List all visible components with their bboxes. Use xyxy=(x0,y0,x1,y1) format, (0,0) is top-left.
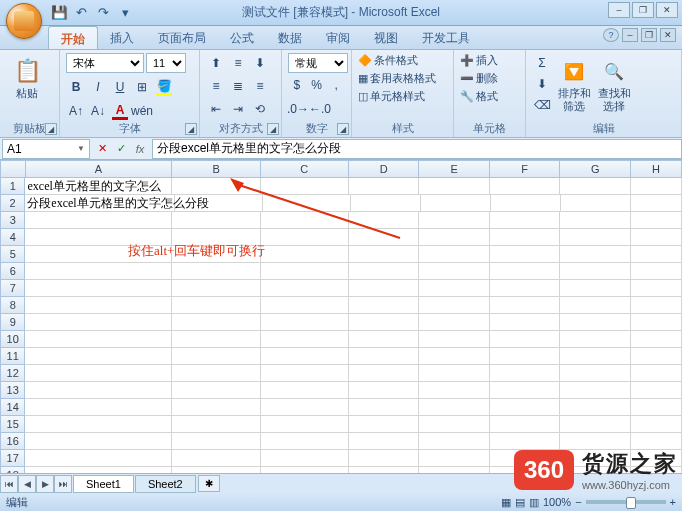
enter-formula-icon[interactable]: ✓ xyxy=(112,140,130,158)
cell-E15[interactable] xyxy=(419,416,490,433)
cell-A8[interactable] xyxy=(25,297,172,314)
cell-D16[interactable] xyxy=(349,433,420,450)
cell-D11[interactable] xyxy=(349,348,420,365)
view-layout-button[interactable]: ▤ xyxy=(515,496,525,509)
cell-E3[interactable] xyxy=(419,212,490,229)
tab-0[interactable]: 开始 xyxy=(48,26,98,49)
doc-close-button[interactable]: ✕ xyxy=(660,28,676,42)
col-header-H[interactable]: H xyxy=(631,160,682,178)
cell-H7[interactable] xyxy=(631,280,682,297)
cell-H2[interactable] xyxy=(631,195,682,212)
cell-F13[interactable] xyxy=(490,382,561,399)
cell-G5[interactable] xyxy=(560,246,631,263)
col-header-F[interactable]: F xyxy=(490,160,561,178)
cell-D1[interactable] xyxy=(349,178,420,195)
col-header-B[interactable]: B xyxy=(172,160,260,178)
cell-B14[interactable] xyxy=(172,399,260,416)
align-left-button[interactable]: ≡ xyxy=(206,76,226,96)
increase-decimal-button[interactable]: .0→ xyxy=(288,99,308,119)
col-header-C[interactable]: C xyxy=(261,160,349,178)
cell-E16[interactable] xyxy=(419,433,490,450)
cell-A6[interactable] xyxy=(25,263,172,280)
cell-A12[interactable] xyxy=(25,365,172,382)
minimize-button[interactable]: – xyxy=(608,2,630,18)
cell-B11[interactable] xyxy=(172,348,260,365)
cell-H4[interactable] xyxy=(631,229,682,246)
cell-G2[interactable] xyxy=(561,195,631,212)
cell-C4[interactable] xyxy=(261,229,349,246)
office-button[interactable] xyxy=(6,3,42,39)
cell-G10[interactable] xyxy=(560,331,631,348)
font-name-combo[interactable]: 宋体 xyxy=(66,53,144,73)
align-bottom-button[interactable]: ⬇ xyxy=(250,53,270,73)
zoom-in-button[interactable]: + xyxy=(670,496,676,508)
col-header-D[interactable]: D xyxy=(349,160,420,178)
cell-H16[interactable] xyxy=(631,433,682,450)
cell-A13[interactable] xyxy=(25,382,172,399)
row-header-17[interactable]: 17 xyxy=(0,450,25,467)
cell-styles-button[interactable]: ◫单元格样式 xyxy=(358,89,447,104)
cell-C1[interactable] xyxy=(261,178,349,195)
cell-E4[interactable] xyxy=(419,229,490,246)
cell-A10[interactable] xyxy=(25,331,172,348)
cell-A2[interactable]: 分段excel单元格里的文字怎么分段 xyxy=(25,195,175,212)
tab-1[interactable]: 插入 xyxy=(98,26,146,49)
format-table-button[interactable]: ▦套用表格格式 xyxy=(358,71,447,86)
cell-C3[interactable] xyxy=(261,212,349,229)
cell-B12[interactable] xyxy=(172,365,260,382)
clear-button[interactable]: ⌫ xyxy=(532,95,552,115)
sheet-tab-Sheet1[interactable]: Sheet1 xyxy=(73,475,134,493)
row-header-10[interactable]: 10 xyxy=(0,331,25,348)
cell-B9[interactable] xyxy=(172,314,260,331)
save-icon[interactable]: 💾 xyxy=(50,4,68,22)
cell-F7[interactable] xyxy=(490,280,561,297)
fx-icon[interactable]: fx xyxy=(131,140,149,158)
col-header-E[interactable]: E xyxy=(419,160,490,178)
cell-H15[interactable] xyxy=(631,416,682,433)
align-center-button[interactable]: ≣ xyxy=(228,76,248,96)
row-header-11[interactable]: 11 xyxy=(0,348,25,365)
cell-C15[interactable] xyxy=(261,416,349,433)
tab-2[interactable]: 页面布局 xyxy=(146,26,218,49)
undo-icon[interactable]: ↶ xyxy=(72,4,90,22)
cell-E6[interactable] xyxy=(419,263,490,280)
cell-B16[interactable] xyxy=(172,433,260,450)
cell-D6[interactable] xyxy=(349,263,420,280)
new-sheet-button[interactable]: ✱ xyxy=(198,475,220,492)
redo-icon[interactable]: ↷ xyxy=(94,4,112,22)
decrease-decimal-button[interactable]: ←.0 xyxy=(310,99,330,119)
cell-D10[interactable] xyxy=(349,331,420,348)
next-sheet-button[interactable]: ▶ xyxy=(36,475,54,493)
number-format-combo[interactable]: 常规 xyxy=(288,53,348,73)
cell-D12[interactable] xyxy=(349,365,420,382)
cell-C10[interactable] xyxy=(261,331,349,348)
cell-B13[interactable] xyxy=(172,382,260,399)
cell-G13[interactable] xyxy=(560,382,631,399)
cell-G8[interactable] xyxy=(560,297,631,314)
sheet-tab-Sheet2[interactable]: Sheet2 xyxy=(135,475,196,493)
decrease-font-button[interactable]: A↓ xyxy=(88,101,108,121)
view-pagebreak-button[interactable]: ▥ xyxy=(529,496,539,509)
cell-G4[interactable] xyxy=(560,229,631,246)
font-color-button[interactable]: A xyxy=(110,101,130,121)
cell-G3[interactable] xyxy=(560,212,631,229)
cell-H11[interactable] xyxy=(631,348,682,365)
cell-B1[interactable] xyxy=(172,178,260,195)
cell-H1[interactable] xyxy=(631,178,682,195)
number-launcher[interactable]: ◢ xyxy=(337,123,349,135)
row-header-9[interactable]: 9 xyxy=(0,314,25,331)
bold-button[interactable]: B xyxy=(66,77,86,97)
cell-E7[interactable] xyxy=(419,280,490,297)
doc-minimize-button[interactable]: – xyxy=(622,28,638,42)
cell-C13[interactable] xyxy=(261,382,349,399)
cell-C16[interactable] xyxy=(261,433,349,450)
cell-C14[interactable] xyxy=(261,399,349,416)
align-middle-button[interactable]: ≡ xyxy=(228,53,248,73)
cell-F3[interactable] xyxy=(490,212,561,229)
prev-sheet-button[interactable]: ◀ xyxy=(18,475,36,493)
cell-D5[interactable] xyxy=(349,246,420,263)
help-icon[interactable]: ? xyxy=(603,28,619,42)
cell-H14[interactable] xyxy=(631,399,682,416)
fill-button[interactable]: ⬇ xyxy=(532,74,552,94)
row-header-15[interactable]: 15 xyxy=(0,416,25,433)
